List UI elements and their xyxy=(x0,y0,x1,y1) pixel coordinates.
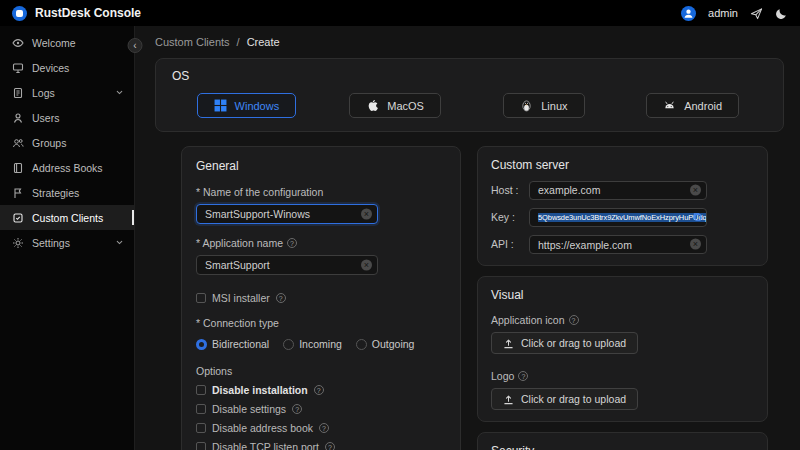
radio-bidirectional[interactable]: Bidirectional xyxy=(196,338,269,350)
topbar-right: admin xyxy=(681,6,788,21)
send-icon[interactable] xyxy=(750,7,763,20)
upload-button-label: Click or drag to upload xyxy=(521,337,626,349)
strategies-icon xyxy=(12,187,24,199)
info-icon[interactable]: ? xyxy=(292,404,302,414)
disable-settings-checkbox[interactable] xyxy=(196,404,206,414)
groups-icon xyxy=(12,137,24,149)
application-icon-upload-button[interactable]: Click or drag to upload xyxy=(491,332,638,354)
host-field: × xyxy=(529,180,707,200)
general-card-title: General xyxy=(196,159,446,173)
os-option-windows[interactable]: Windows xyxy=(197,93,297,118)
sidebar-item-devices[interactable]: Devices xyxy=(0,55,134,80)
disable-tcp-listen-port-checkbox[interactable] xyxy=(196,442,206,450)
application-name-label: * Application name ? xyxy=(196,237,446,249)
sidebar-item-label: Devices xyxy=(32,62,69,74)
api-row: API : × xyxy=(491,235,754,255)
sidebar: Welcome Devices Logs Users xyxy=(0,26,135,450)
option-disable-installation: Disable installation ? xyxy=(196,384,446,396)
option-label: Disable address book xyxy=(212,422,313,434)
sidebar-item-label: Strategies xyxy=(32,187,79,199)
application-icon-label: Application icon ? xyxy=(491,314,754,326)
sidebar-item-groups[interactable]: Groups xyxy=(0,130,134,155)
os-card-title: OS xyxy=(172,69,767,83)
os-option-macos[interactable]: MacOS xyxy=(349,93,441,118)
windows-icon xyxy=(214,99,227,112)
android-icon xyxy=(663,99,676,112)
radio-incoming[interactable]: Incoming xyxy=(283,338,342,350)
options-section-label: Options xyxy=(196,365,446,377)
key-value-selected-text: 5Qbwsde3unUc3Btrx9ZkvUmwfNoExHzpryHuPUdq… xyxy=(538,213,707,222)
os-option-label: Linux xyxy=(541,100,567,112)
clear-icon[interactable]: × xyxy=(690,239,701,250)
sidebar-item-label: Users xyxy=(32,112,59,124)
os-option-linux[interactable]: Linux xyxy=(503,93,584,118)
info-icon[interactable]: ? xyxy=(287,238,297,248)
api-input[interactable] xyxy=(529,235,707,254)
security-title: Security xyxy=(491,444,754,450)
msi-installer-label: MSI installer xyxy=(212,292,270,304)
clear-icon[interactable]: × xyxy=(361,260,372,271)
radio-label: Bidirectional xyxy=(212,338,269,350)
content-area: Custom Clients / Create OS Windows MacOS xyxy=(135,26,800,450)
custom-server-card: Custom server Host : × Key : 5Qbwsde3unU… xyxy=(477,146,768,266)
username-label[interactable]: admin xyxy=(708,7,738,19)
welcome-icon xyxy=(12,37,24,49)
api-field: × xyxy=(529,235,707,255)
theme-moon-icon[interactable] xyxy=(775,7,788,20)
copy-icon[interactable] xyxy=(692,212,703,223)
host-input[interactable] xyxy=(529,181,707,200)
msi-installer-checkbox[interactable] xyxy=(196,293,206,303)
api-label: API : xyxy=(491,238,529,250)
security-card: Security Preset password : xyxy=(477,432,768,450)
option-disable-address-book: Disable address book ? xyxy=(196,422,446,434)
breadcrumb-current: Create xyxy=(247,36,280,48)
breadcrumb-parent[interactable]: Custom Clients xyxy=(155,36,230,48)
sidebar-item-label: Address Books xyxy=(32,162,103,174)
info-icon[interactable]: ? xyxy=(518,371,528,381)
config-name-input[interactable] xyxy=(196,204,378,224)
info-icon[interactable]: ? xyxy=(276,293,286,303)
address-book-icon xyxy=(12,162,24,174)
radio-outgoing[interactable]: Outgoing xyxy=(356,338,415,350)
sidebar-item-label: Groups xyxy=(32,137,66,149)
option-disable-tcp-listen-port: Disable TCP listen port ? xyxy=(196,441,446,450)
sidebar-item-custom-clients[interactable]: Custom Clients xyxy=(0,205,134,230)
info-icon[interactable]: ? xyxy=(314,385,324,395)
key-input[interactable]: 5Qbwsde3unUc3Btrx9ZkvUmwfNoExHzpryHuPUdq… xyxy=(529,208,707,227)
sidebar-item-address-books[interactable]: Address Books xyxy=(0,155,134,180)
os-option-android[interactable]: Android xyxy=(646,93,739,118)
config-name-label: * Name of the configuration xyxy=(196,186,446,198)
sidebar-item-users[interactable]: Users xyxy=(0,105,134,130)
key-label: Key : xyxy=(491,211,529,223)
clear-icon[interactable]: × xyxy=(361,209,372,220)
info-icon[interactable]: ? xyxy=(569,315,579,325)
radio-label: Outgoing xyxy=(372,338,415,350)
clear-icon[interactable]: × xyxy=(690,184,701,195)
sidebar-item-settings[interactable]: Settings xyxy=(0,230,134,255)
sidebar-item-welcome[interactable]: Welcome xyxy=(0,30,134,55)
sidebar-item-label: Custom Clients xyxy=(32,212,103,224)
os-option-label: Windows xyxy=(235,100,280,112)
general-card: General * Name of the configuration × * … xyxy=(181,146,461,450)
sidebar-item-strategies[interactable]: Strategies xyxy=(0,180,134,205)
users-icon xyxy=(12,112,24,124)
upload-icon xyxy=(503,394,514,405)
user-avatar[interactable] xyxy=(681,6,696,21)
sidebar-collapse-button[interactable]: ‹ xyxy=(128,38,143,53)
breadcrumb: Custom Clients / Create xyxy=(155,36,784,48)
disable-address-book-checkbox[interactable] xyxy=(196,423,206,433)
sidebar-item-logs[interactable]: Logs xyxy=(0,80,134,105)
logo-label: Logo ? xyxy=(491,370,754,382)
info-icon[interactable]: ? xyxy=(325,442,335,450)
info-icon[interactable]: ? xyxy=(319,423,329,433)
logo-upload-button[interactable]: Click or drag to upload xyxy=(491,388,638,410)
option-label: Disable installation xyxy=(212,384,308,396)
radio-icon xyxy=(283,339,294,350)
connection-type-options: Bidirectional Incoming Outgoing xyxy=(196,338,446,350)
disable-installation-checkbox[interactable] xyxy=(196,385,206,395)
application-name-field: × xyxy=(196,255,378,275)
apple-icon xyxy=(366,99,379,112)
application-name-input[interactable] xyxy=(196,255,378,275)
application-icon-label-text: Application icon xyxy=(491,314,565,326)
form-columns: General * Name of the configuration × * … xyxy=(155,146,784,450)
